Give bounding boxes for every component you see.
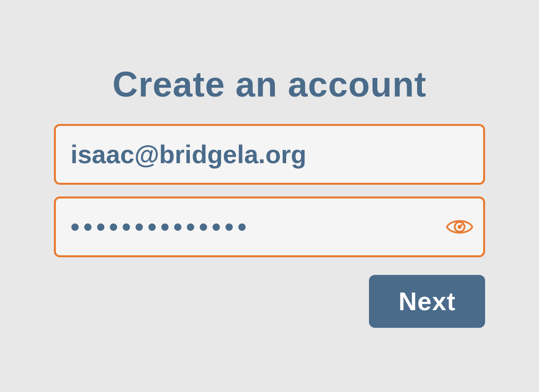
main-container: Create an account Next — [54, 64, 485, 328]
toggle-password-button[interactable] — [446, 217, 473, 237]
password-field-wrapper — [54, 196, 485, 257]
page-title: Create an account — [112, 64, 426, 104]
next-button-row: Next — [54, 275, 485, 328]
eye-icon — [446, 217, 473, 237]
password-input[interactable] — [54, 196, 485, 257]
email-input[interactable] — [54, 124, 485, 185]
email-field-wrapper — [54, 124, 485, 185]
svg-point-2 — [461, 224, 463, 226]
next-button[interactable]: Next — [369, 275, 485, 328]
